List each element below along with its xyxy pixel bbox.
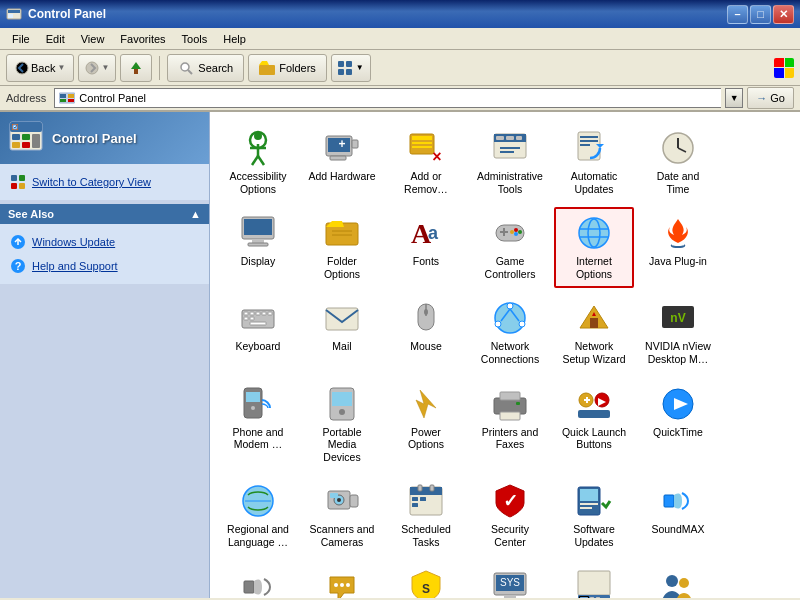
soundmax-icon bbox=[660, 483, 696, 519]
icon-item-folder-options[interactable]: Folder Options bbox=[302, 207, 382, 288]
regional-icon bbox=[240, 483, 276, 519]
svg-rect-1 bbox=[8, 10, 20, 13]
mouse-label: Mouse bbox=[410, 340, 442, 353]
icon-item-nvidia[interactable]: nVNVIDIA nView Desktop M… bbox=[638, 292, 718, 373]
svg-text:S: S bbox=[422, 582, 430, 596]
svg-point-80 bbox=[579, 218, 609, 248]
icon-item-phone-modem[interactable]: Phone and Modem … bbox=[218, 378, 298, 472]
svg-point-156 bbox=[666, 575, 678, 587]
icon-item-keyboard[interactable]: Keyboard bbox=[218, 292, 298, 373]
icon-item-quick-launch[interactable]: Quick Launch Buttons bbox=[554, 378, 634, 472]
icon-item-display[interactable]: Display bbox=[218, 207, 298, 288]
nvidia-icon: nV bbox=[660, 300, 696, 336]
icon-item-portable-media[interactable]: Portable Media Devices bbox=[302, 378, 382, 472]
icon-item-game-controllers[interactable]: Game Controllers bbox=[470, 207, 550, 288]
icon-item-network-connections[interactable]: Network Connections bbox=[470, 292, 550, 373]
icon-item-mail[interactable]: Mail bbox=[302, 292, 382, 373]
icon-item-software-updates[interactable]: Software Updates bbox=[554, 475, 634, 556]
icon-item-scanners-cameras[interactable]: Scanners and Cameras bbox=[302, 475, 382, 556]
icon-item-system[interactable]: SYSSystem bbox=[470, 561, 550, 598]
address-input[interactable]: Control Panel bbox=[54, 88, 721, 108]
icon-item-taskbar[interactable]: Taskbar and Start Menu bbox=[554, 561, 634, 598]
svg-rect-67 bbox=[248, 243, 268, 246]
network-setup-icon bbox=[576, 300, 612, 336]
help-support-link[interactable]: ? Help and Support bbox=[8, 254, 201, 278]
svg-rect-8 bbox=[259, 65, 275, 75]
minimize-button[interactable]: – bbox=[727, 5, 748, 24]
icon-item-quicktime[interactable]: QuickTime bbox=[638, 378, 718, 472]
icon-item-security-center[interactable]: ✓Security Center bbox=[470, 475, 550, 556]
internet-options-label: Internet Options bbox=[560, 255, 628, 280]
fonts-label: Fonts bbox=[413, 255, 439, 268]
svg-rect-53 bbox=[506, 136, 514, 140]
forward-button[interactable]: ▼ bbox=[78, 54, 116, 82]
menu-help[interactable]: Help bbox=[215, 31, 254, 47]
switch-category-link[interactable]: Switch to Category View bbox=[8, 170, 201, 194]
svg-rect-30 bbox=[19, 183, 25, 189]
svg-rect-110 bbox=[332, 392, 352, 406]
security-center-icon: ✓ bbox=[492, 483, 528, 519]
icon-item-power-options[interactable]: Power Options bbox=[386, 378, 466, 472]
svg-rect-14 bbox=[60, 94, 66, 98]
security-center-label: Security Center bbox=[476, 523, 544, 548]
svg-rect-86 bbox=[250, 312, 254, 315]
icon-item-symantec[interactable]: SSymantec LiveUpdate bbox=[386, 561, 466, 598]
icon-item-date-time[interactable]: Date and Time bbox=[638, 122, 718, 203]
sounds-audio-icon bbox=[240, 569, 276, 598]
icon-item-regional[interactable]: Regional and Language … bbox=[218, 475, 298, 556]
icon-item-user-accounts[interactable]: User Accounts bbox=[638, 561, 718, 598]
keyboard-label: Keyboard bbox=[236, 340, 281, 353]
search-button[interactable]: Search bbox=[167, 54, 244, 82]
maximize-button[interactable]: □ bbox=[750, 5, 771, 24]
svg-rect-89 bbox=[268, 312, 272, 315]
icon-item-add-hardware[interactable]: +Add Hardware bbox=[302, 122, 382, 203]
back-arrow-icon: ▼ bbox=[57, 63, 65, 72]
icon-item-fonts[interactable]: AaFonts bbox=[386, 207, 466, 288]
window-controls: – □ ✕ bbox=[727, 5, 794, 24]
icon-item-java-plugin[interactable]: Java Plug-in bbox=[638, 207, 718, 288]
icon-item-internet-options[interactable]: Internet Options bbox=[554, 207, 634, 288]
icon-item-auto-updates[interactable]: Automatic Updates bbox=[554, 122, 634, 203]
icon-item-speech[interactable]: Speech bbox=[302, 561, 382, 598]
svg-rect-137 bbox=[580, 503, 598, 505]
svg-rect-130 bbox=[430, 485, 434, 491]
menu-file[interactable]: File bbox=[4, 31, 38, 47]
svg-point-100 bbox=[519, 321, 525, 327]
quicktime-icon bbox=[660, 386, 696, 422]
menu-edit[interactable]: Edit bbox=[38, 31, 73, 47]
control-panel-icon bbox=[8, 120, 44, 156]
icon-item-scheduled-tasks[interactable]: Scheduled Tasks bbox=[386, 475, 466, 556]
toolbar: Back ▼ ▼ Search Folders bbox=[0, 50, 800, 86]
menu-view[interactable]: View bbox=[73, 31, 113, 47]
folders-button[interactable]: Folders bbox=[248, 54, 327, 82]
up-button[interactable] bbox=[120, 54, 152, 82]
menu-tools[interactable]: Tools bbox=[174, 31, 216, 47]
icon-item-sounds-audio[interactable]: Sounds and Audio Devices bbox=[218, 561, 298, 598]
close-button[interactable]: ✕ bbox=[773, 5, 794, 24]
svg-text:SYS: SYS bbox=[500, 577, 520, 588]
svg-rect-115 bbox=[516, 402, 520, 405]
icon-item-add-remove[interactable]: ×Add or Remov… bbox=[386, 122, 466, 203]
windows-update-link[interactable]: Windows Update bbox=[8, 230, 201, 254]
go-button[interactable]: → Go bbox=[747, 87, 794, 109]
svg-text:+: + bbox=[338, 137, 345, 151]
accessibility-label: Accessibility Options bbox=[224, 170, 292, 195]
windows-update-icon bbox=[10, 234, 26, 250]
mail-label: Mail bbox=[332, 340, 351, 353]
icon-item-printers-faxes[interactable]: Printers and Faxes bbox=[470, 378, 550, 472]
up-icon bbox=[129, 61, 143, 75]
svg-rect-139 bbox=[664, 495, 674, 507]
icon-item-mouse[interactable]: Mouse bbox=[386, 292, 466, 373]
svg-rect-16 bbox=[60, 99, 66, 102]
menu-favorites[interactable]: Favorites bbox=[112, 31, 173, 47]
back-button[interactable]: Back ▼ bbox=[6, 54, 74, 82]
views-button[interactable]: ▼ bbox=[331, 54, 371, 82]
icon-item-accessibility[interactable]: Accessibility Options bbox=[218, 122, 298, 203]
address-dropdown[interactable]: ▼ bbox=[725, 88, 743, 108]
taskbar-icon bbox=[576, 569, 612, 598]
admin-tools-icon bbox=[492, 130, 528, 166]
icon-item-network-setup[interactable]: Network Setup Wizard bbox=[554, 292, 634, 373]
svg-rect-23 bbox=[12, 142, 20, 148]
icon-item-soundmax[interactable]: SoundMAX bbox=[638, 475, 718, 556]
icon-item-admin-tools[interactable]: Administrative Tools bbox=[470, 122, 550, 203]
